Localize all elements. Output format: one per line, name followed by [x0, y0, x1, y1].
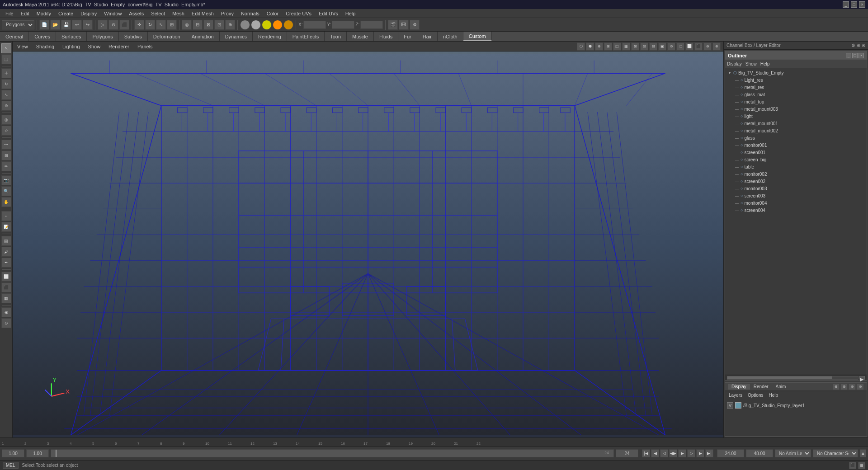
ol-item-screen004[interactable]: — ○ screen004: [732, 207, 867, 214]
menu-help[interactable]: Help: [342, 10, 359, 17]
layer-visible-toggle[interactable]: V: [727, 402, 733, 409]
ol-item-screen002[interactable]: — ○ screen002: [732, 178, 867, 185]
z-field[interactable]: [360, 21, 383, 29]
layer-layers-menu[interactable]: Layers: [727, 393, 744, 398]
play-back-button[interactable]: ◀▶: [669, 449, 677, 457]
vp-icon-10[interactable]: ▣: [658, 42, 666, 51]
range-slider[interactable]: 24: [51, 449, 614, 457]
tab-painteffects[interactable]: PaintEffects: [287, 32, 325, 41]
vp-icon-12[interactable]: ◌: [676, 42, 684, 51]
ol-item-metal-mount002[interactable]: — ○ metal_mount002: [732, 127, 867, 134]
ol-item-light-res[interactable]: — ○ Light_res: [732, 76, 867, 84]
scale-tool[interactable]: ⤡: [156, 20, 166, 30]
close-button[interactable]: ×: [859, 1, 865, 8]
viewport-menu-view[interactable]: View: [15, 43, 30, 50]
channel-box-icon-1[interactable]: ⚙: [851, 43, 855, 48]
vp-icon-2[interactable]: ⬢: [586, 42, 594, 51]
layer-btn-3[interactable]: ⊘: [849, 384, 856, 390]
cb-tab-render[interactable]: Render: [750, 384, 772, 390]
layer-options-menu[interactable]: Options: [746, 393, 765, 398]
outliner-content[interactable]: ▼ ⬡ Big_TV_Studio_Empty — ○ Light_res — …: [725, 68, 867, 375]
cb-tab-display[interactable]: Display: [728, 384, 750, 390]
anim-start-field[interactable]: [717, 449, 744, 457]
timeline-options-btn[interactable]: ▲: [860, 449, 866, 457]
ol-item-monitor001[interactable]: — ○ monitor001: [732, 141, 867, 149]
rotate-tool[interactable]: ↻: [145, 20, 155, 30]
light-btn-4[interactable]: [273, 20, 283, 30]
save-button[interactable]: 💾: [61, 20, 71, 30]
camera-tool-button[interactable]: 📷: [1, 175, 11, 185]
layer-btn-4[interactable]: ⊙: [857, 384, 864, 390]
new-scene-button[interactable]: 📄: [39, 20, 49, 30]
tab-curves[interactable]: Curves: [29, 32, 56, 41]
current-frame-field[interactable]: [26, 449, 49, 457]
render-region-button[interactable]: ▤: [1, 236, 11, 246]
menu-create-uvs[interactable]: Create UVs: [282, 10, 315, 17]
vp-icon-7[interactable]: ⊠: [631, 42, 639, 51]
soft-select-button[interactable]: ◎: [182, 20, 192, 30]
rotate-tool-button[interactable]: ↻: [1, 79, 11, 89]
vp-icon-6[interactable]: ▦: [622, 42, 630, 51]
outliner-close-btn[interactable]: ×: [859, 53, 864, 58]
prev-key-button[interactable]: ◁: [660, 449, 668, 457]
status-icon-1[interactable]: ⬛: [849, 462, 856, 469]
tab-ncloth[interactable]: nCloth: [438, 32, 463, 41]
next-frame-button[interactable]: ▶: [696, 449, 704, 457]
anim-layer-button[interactable]: ▦: [1, 293, 11, 303]
status-icon-2[interactable]: ▦: [858, 462, 865, 469]
layer-help-menu[interactable]: Help: [767, 393, 780, 398]
menu-assets[interactable]: Assets: [125, 10, 147, 17]
ipr-button[interactable]: 🎞: [399, 20, 409, 30]
viewport-menu-show[interactable]: Show: [86, 43, 103, 50]
undo-button[interactable]: ↩: [72, 20, 82, 30]
snap-curve-button[interactable]: ⊠: [203, 20, 213, 30]
menu-edit-uvs[interactable]: Edit UVs: [315, 10, 342, 17]
ol-item-screen-big[interactable]: — ○ screen_big: [732, 156, 867, 163]
next-key-button[interactable]: ▷: [687, 449, 695, 457]
tab-hair[interactable]: Hair: [417, 32, 438, 41]
ol-item-monitor004[interactable]: — ○ monitor004: [732, 199, 867, 207]
soft-mod-tool-button[interactable]: ◎: [1, 115, 11, 125]
viewport-menu-panels[interactable]: Panels: [136, 43, 155, 50]
menu-color[interactable]: Color: [263, 10, 282, 17]
start-frame-field[interactable]: [2, 449, 24, 457]
anim-end-field[interactable]: [746, 449, 773, 457]
tab-general[interactable]: General: [0, 32, 29, 41]
lasso-button[interactable]: ⊙: [108, 20, 118, 30]
vp-icon-8[interactable]: ⊡: [640, 42, 648, 51]
paint-fx-button[interactable]: 🖌: [1, 247, 11, 257]
play-button[interactable]: ▶: [678, 449, 686, 457]
outliner-show-menu[interactable]: Show: [745, 61, 757, 66]
tab-rendering[interactable]: Rendering: [253, 32, 287, 41]
y-field[interactable]: [332, 21, 354, 29]
cb-tab-anim[interactable]: Anim: [772, 384, 790, 390]
x-field[interactable]: [303, 21, 326, 29]
lattice-tool-button[interactable]: ⊞: [1, 150, 11, 160]
anim-layer-dropdown[interactable]: No Anim Layer: [775, 449, 811, 457]
outliner-h-thumb[interactable]: [727, 376, 832, 379]
3d-viewport[interactable]: X Y: [13, 52, 723, 437]
tab-fur[interactable]: Fur: [398, 32, 417, 41]
viewport-menu-lighting[interactable]: Lighting: [61, 43, 82, 50]
ol-item-metal-top[interactable]: — ○ metal_top: [732, 98, 867, 105]
go-end-button[interactable]: ▶|: [705, 449, 713, 457]
tab-dynamics[interactable]: Dynamics: [220, 32, 253, 41]
move-tool-button[interactable]: ✛: [1, 68, 11, 78]
vp-icon-3[interactable]: ⊕: [595, 42, 603, 51]
light-btn-3[interactable]: [262, 20, 272, 30]
snap-point-button[interactable]: ⊡: [214, 20, 224, 30]
ol-item-metal-res[interactable]: — ○ metal_res: [732, 84, 867, 91]
ol-item-monitor002[interactable]: — ○ monitor002: [732, 170, 867, 178]
quick-sel-button[interactable]: ⊙: [1, 318, 11, 328]
move-tool[interactable]: ✛: [134, 20, 144, 30]
vp-icon-16[interactable]: ⊗: [712, 42, 721, 51]
menu-edit-mesh[interactable]: Edit Mesh: [188, 10, 217, 17]
menu-window[interactable]: Window: [100, 10, 125, 17]
tab-deformation[interactable]: Deformation: [148, 32, 186, 41]
ol-item-metal-mount003[interactable]: — ○ metal_mount003: [732, 105, 867, 113]
tab-polygons[interactable]: Polygons: [87, 32, 118, 41]
menu-file[interactable]: File: [2, 10, 17, 17]
select-tool-button[interactable]: ↖: [1, 43, 11, 53]
open-button[interactable]: 📂: [50, 20, 60, 30]
ol-item-glass[interactable]: — ○ glass: [732, 134, 867, 141]
